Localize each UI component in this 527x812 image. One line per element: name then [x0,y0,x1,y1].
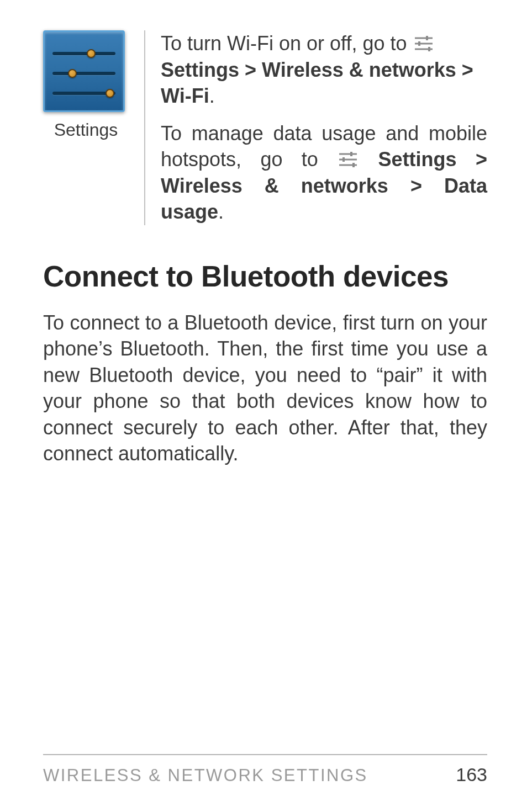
settings-app-icon [43,30,125,112]
data-tip-tail: . [218,200,224,223]
settings-sliders-icon [414,33,434,50]
svg-rect-4 [418,41,420,46]
settings-sliders-icon [338,148,358,166]
svg-rect-11 [352,163,355,167]
page-footer: WIRELESS & NETWORK SETTINGS 163 [43,754,487,786]
bluetooth-body-paragraph: To connect to a Bluetooth device, first … [43,310,487,467]
svg-rect-5 [428,47,430,51]
settings-tip-block: Settings To turn Wi-Fi on or off, go to … [43,30,487,225]
footer-section-title: WIRELESS & NETWORK SETTINGS [43,766,368,786]
svg-rect-10 [342,157,345,162]
icon-caption: Settings [43,120,129,140]
wifi-tip-tail: . [209,84,215,107]
svg-rect-9 [350,152,352,156]
data-usage-tip-paragraph: To manage data usage and mobile hotspots… [161,120,487,225]
section-heading: Connect to Bluetooth devices [43,259,487,293]
wifi-tip-path: Settings > Wireless & networks > Wi-Fi [161,59,473,108]
footer-rule [43,754,487,755]
icon-column: Settings [43,30,129,225]
wifi-tip-paragraph: To turn Wi-Fi on or off, go to Settings … [161,30,487,109]
tip-text-column: To turn Wi-Fi on or off, go to Settings … [144,30,487,225]
footer-page-number: 163 [456,764,487,786]
wifi-tip-lead: To turn Wi-Fi on or off, go to [161,32,413,55]
svg-rect-3 [426,36,428,40]
